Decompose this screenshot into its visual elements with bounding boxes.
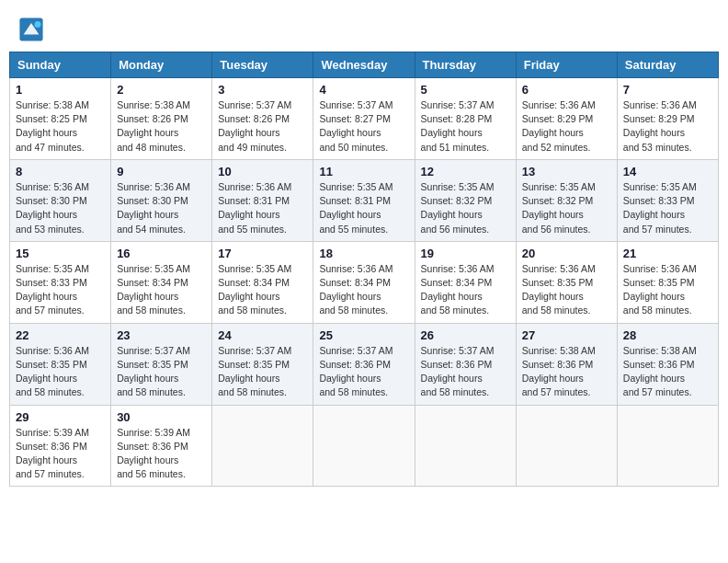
calendar-cell: 8 Sunrise: 5:36 AM Sunset: 8:30 PM Dayli…: [10, 159, 111, 241]
day-number: 24: [218, 328, 307, 342]
day-number: 13: [522, 165, 611, 178]
day-number: 12: [421, 165, 510, 178]
weekday-header: Saturday: [617, 52, 718, 78]
calendar-week-row: 22 Sunrise: 5:36 AM Sunset: 8:35 PM Dayl…: [10, 323, 719, 405]
weekday-header: Friday: [516, 52, 617, 78]
day-info: Sunrise: 5:37 AM Sunset: 8:27 PM Dayligh…: [319, 98, 408, 155]
day-info: Sunrise: 5:37 AM Sunset: 8:36 PM Dayligh…: [319, 344, 408, 400]
weekday-header: Thursday: [415, 52, 516, 78]
calendar-cell: 3 Sunrise: 5:37 AM Sunset: 8:26 PM Dayli…: [212, 78, 313, 160]
day-number: 5: [421, 83, 510, 97]
day-number: 21: [623, 247, 712, 260]
day-info: Sunrise: 5:35 AM Sunset: 8:33 PM Dayligh…: [623, 180, 712, 236]
day-info: Sunrise: 5:35 AM Sunset: 8:33 PM Dayligh…: [16, 262, 105, 318]
calendar-cell: 29 Sunrise: 5:39 AM Sunset: 8:36 PM Dayl…: [10, 405, 111, 487]
day-number: 19: [421, 247, 510, 260]
calendar-cell: 10 Sunrise: 5:36 AM Sunset: 8:31 PM Dayl…: [212, 159, 313, 241]
calendar-cell: 21 Sunrise: 5:36 AM Sunset: 8:35 PM Dayl…: [617, 241, 718, 323]
calendar-cell: 6 Sunrise: 5:36 AM Sunset: 8:29 PM Dayli…: [516, 78, 617, 160]
calendar-cell: 13 Sunrise: 5:35 AM Sunset: 8:32 PM Dayl…: [516, 159, 617, 241]
day-number: 6: [522, 83, 611, 97]
logo-icon: [18, 17, 44, 42]
day-number: 27: [522, 328, 611, 342]
day-info: Sunrise: 5:36 AM Sunset: 8:35 PM Dayligh…: [16, 344, 105, 400]
day-number: 9: [117, 165, 206, 178]
day-info: Sunrise: 5:35 AM Sunset: 8:32 PM Dayligh…: [522, 180, 611, 236]
day-info: Sunrise: 5:38 AM Sunset: 8:26 PM Dayligh…: [117, 98, 206, 155]
calendar-week-row: 29 Sunrise: 5:39 AM Sunset: 8:36 PM Dayl…: [10, 405, 719, 487]
calendar-week-row: 1 Sunrise: 5:38 AM Sunset: 8:25 PM Dayli…: [10, 78, 719, 160]
calendar-cell: 5 Sunrise: 5:37 AM Sunset: 8:28 PM Dayli…: [415, 78, 516, 160]
day-info: Sunrise: 5:36 AM Sunset: 8:34 PM Dayligh…: [421, 262, 510, 318]
weekday-header-row: SundayMondayTuesdayWednesdayThursdayFrid…: [10, 52, 719, 78]
weekday-header: Tuesday: [212, 52, 313, 78]
svg-point-2: [35, 21, 41, 28]
calendar-cell: [415, 405, 516, 487]
calendar-cell: 16 Sunrise: 5:35 AM Sunset: 8:34 PM Dayl…: [111, 241, 212, 323]
calendar-cell: 7 Sunrise: 5:36 AM Sunset: 8:29 PM Dayli…: [617, 78, 718, 160]
calendar-cell: 11 Sunrise: 5:35 AM Sunset: 8:31 PM Dayl…: [313, 159, 415, 241]
calendar-cell: 23 Sunrise: 5:37 AM Sunset: 8:35 PM Dayl…: [111, 323, 212, 405]
calendar-cell: [516, 405, 617, 487]
day-info: Sunrise: 5:35 AM Sunset: 8:34 PM Dayligh…: [117, 262, 206, 318]
day-info: Sunrise: 5:38 AM Sunset: 8:36 PM Dayligh…: [623, 344, 712, 400]
day-info: Sunrise: 5:37 AM Sunset: 8:26 PM Dayligh…: [218, 98, 307, 155]
calendar-cell: 14 Sunrise: 5:35 AM Sunset: 8:33 PM Dayl…: [617, 159, 718, 241]
weekday-header: Sunday: [10, 52, 111, 78]
day-number: 8: [16, 165, 105, 178]
day-info: Sunrise: 5:38 AM Sunset: 8:25 PM Dayligh…: [16, 98, 105, 155]
day-info: Sunrise: 5:36 AM Sunset: 8:29 PM Dayligh…: [623, 98, 712, 155]
calendar-cell: 28 Sunrise: 5:38 AM Sunset: 8:36 PM Dayl…: [617, 323, 718, 405]
day-info: Sunrise: 5:38 AM Sunset: 8:36 PM Dayligh…: [522, 344, 611, 400]
calendar-cell: 19 Sunrise: 5:36 AM Sunset: 8:34 PM Dayl…: [415, 241, 516, 323]
day-number: 1: [16, 83, 105, 97]
day-info: Sunrise: 5:35 AM Sunset: 8:34 PM Dayligh…: [218, 262, 307, 318]
calendar-cell: 12 Sunrise: 5:35 AM Sunset: 8:32 PM Dayl…: [415, 159, 516, 241]
calendar-week-row: 8 Sunrise: 5:36 AM Sunset: 8:30 PM Dayli…: [10, 159, 719, 241]
day-info: Sunrise: 5:36 AM Sunset: 8:31 PM Dayligh…: [218, 180, 307, 236]
calendar-week-row: 15 Sunrise: 5:35 AM Sunset: 8:33 PM Dayl…: [10, 241, 719, 323]
calendar-cell: 26 Sunrise: 5:37 AM Sunset: 8:36 PM Dayl…: [415, 323, 516, 405]
day-info: Sunrise: 5:36 AM Sunset: 8:30 PM Dayligh…: [117, 180, 206, 236]
day-info: Sunrise: 5:36 AM Sunset: 8:35 PM Dayligh…: [623, 262, 712, 318]
day-number: 20: [522, 247, 611, 260]
calendar-cell: 4 Sunrise: 5:37 AM Sunset: 8:27 PM Dayli…: [313, 78, 415, 160]
day-number: 26: [421, 328, 510, 342]
calendar-cell: 9 Sunrise: 5:36 AM Sunset: 8:30 PM Dayli…: [111, 159, 212, 241]
day-info: Sunrise: 5:36 AM Sunset: 8:34 PM Dayligh…: [319, 262, 408, 318]
day-info: Sunrise: 5:35 AM Sunset: 8:31 PM Dayligh…: [319, 180, 408, 236]
calendar-cell: 2 Sunrise: 5:38 AM Sunset: 8:26 PM Dayli…: [111, 78, 212, 160]
day-info: Sunrise: 5:37 AM Sunset: 8:35 PM Dayligh…: [218, 344, 307, 400]
calendar-cell: 17 Sunrise: 5:35 AM Sunset: 8:34 PM Dayl…: [212, 241, 313, 323]
day-info: Sunrise: 5:37 AM Sunset: 8:36 PM Dayligh…: [421, 344, 510, 400]
calendar-cell: [313, 405, 415, 487]
calendar-cell: 15 Sunrise: 5:35 AM Sunset: 8:33 PM Dayl…: [10, 241, 111, 323]
day-number: 2: [117, 83, 206, 97]
calendar-table: SundayMondayTuesdayWednesdayThursdayFrid…: [9, 52, 719, 487]
day-number: 15: [16, 247, 105, 260]
day-info: Sunrise: 5:39 AM Sunset: 8:36 PM Dayligh…: [117, 426, 206, 482]
day-info: Sunrise: 5:36 AM Sunset: 8:30 PM Dayligh…: [16, 180, 105, 236]
day-number: 28: [623, 328, 712, 342]
day-number: 3: [218, 83, 307, 97]
calendar-cell: 24 Sunrise: 5:37 AM Sunset: 8:35 PM Dayl…: [212, 323, 313, 405]
page-header: [9, 9, 719, 46]
day-info: Sunrise: 5:39 AM Sunset: 8:36 PM Dayligh…: [16, 426, 105, 482]
day-info: Sunrise: 5:35 AM Sunset: 8:32 PM Dayligh…: [421, 180, 510, 236]
day-number: 22: [16, 328, 105, 342]
day-number: 7: [623, 83, 712, 97]
day-number: 14: [623, 165, 712, 178]
day-number: 23: [117, 328, 206, 342]
day-number: 11: [319, 165, 408, 178]
day-number: 25: [319, 328, 408, 342]
logo: [18, 17, 46, 42]
day-number: 16: [117, 247, 206, 260]
calendar-cell: 18 Sunrise: 5:36 AM Sunset: 8:34 PM Dayl…: [313, 241, 415, 323]
day-info: Sunrise: 5:37 AM Sunset: 8:35 PM Dayligh…: [117, 344, 206, 400]
calendar-cell: 22 Sunrise: 5:36 AM Sunset: 8:35 PM Dayl…: [10, 323, 111, 405]
calendar-cell: 1 Sunrise: 5:38 AM Sunset: 8:25 PM Dayli…: [10, 78, 111, 160]
day-info: Sunrise: 5:36 AM Sunset: 8:35 PM Dayligh…: [522, 262, 611, 318]
weekday-header: Monday: [111, 52, 212, 78]
calendar-cell: 30 Sunrise: 5:39 AM Sunset: 8:36 PM Dayl…: [111, 405, 212, 487]
day-info: Sunrise: 5:37 AM Sunset: 8:28 PM Dayligh…: [421, 98, 510, 155]
